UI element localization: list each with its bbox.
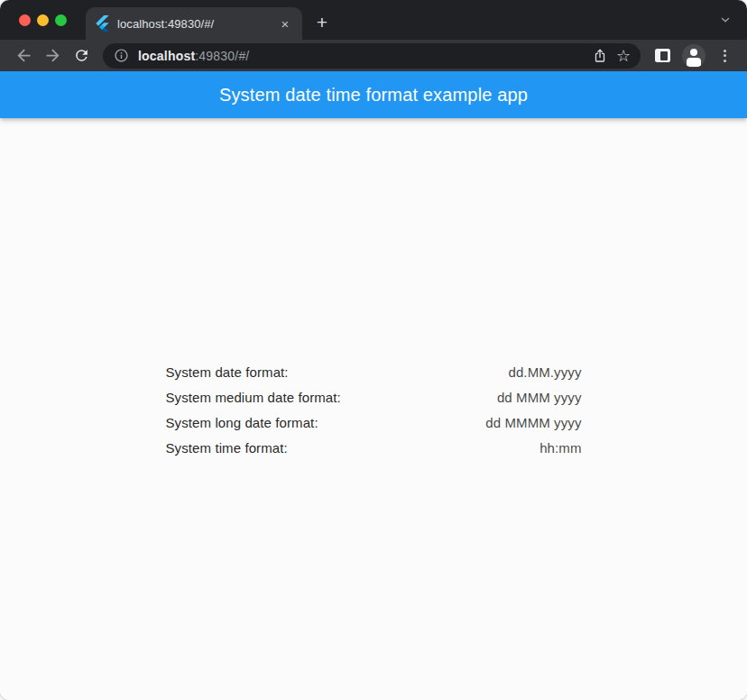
flutter-favicon-icon — [96, 15, 109, 32]
row-label: System date format: — [166, 364, 289, 380]
row-label: System medium date format: — [166, 390, 341, 405]
table-row: System date format: dd.MM.yyyy — [166, 359, 582, 384]
row-value: hh:mm — [540, 440, 581, 456]
new-tab-button[interactable]: + — [309, 9, 335, 34]
table-row: System medium date format: dd MMM yyyy — [166, 384, 582, 410]
url-text[interactable]: localhost:49830/#/ — [138, 49, 588, 63]
url-path: :49830/#/ — [195, 49, 249, 63]
close-window-button[interactable] — [19, 14, 31, 26]
reload-icon[interactable] — [70, 45, 92, 67]
row-value: dd MMMM yyyy — [485, 415, 581, 430]
zoom-window-button[interactable] — [55, 14, 67, 26]
profile-button[interactable] — [679, 41, 708, 70]
tab-title: localhost:49830/#/ — [117, 17, 277, 31]
format-table: System date format: dd.MM.yyyy System me… — [166, 118, 582, 460]
row-label: System time format: — [166, 440, 288, 456]
address-bar[interactable]: localhost:49830/#/ ☆ — [103, 43, 641, 69]
page-title: System date time format example app — [219, 85, 528, 106]
browser-window: localhost:49830/#/ × + — [0, 0, 747, 700]
app-bar: System date time format example app — [0, 71, 747, 118]
site-info-icon[interactable] — [112, 44, 130, 68]
row-value: dd MMM yyyy — [497, 390, 582, 405]
minimize-window-button[interactable] — [37, 14, 49, 26]
browser-menu-icon[interactable] — [713, 44, 736, 68]
side-panel-icon[interactable] — [650, 44, 674, 68]
page-content: System date format: dd.MM.yyyy System me… — [0, 118, 747, 700]
tab-close-icon[interactable]: × — [277, 15, 293, 32]
row-value: dd.MM.yyyy — [508, 364, 581, 380]
toolbar-right-controls — [648, 41, 738, 70]
back-icon[interactable] — [13, 45, 34, 67]
table-row: System long date format: dd MMMM yyyy — [166, 410, 582, 435]
table-row: System time format: hh:mm — [166, 435, 582, 460]
traffic-lights — [0, 14, 67, 26]
browser-tab-active[interactable]: localhost:49830/#/ × — [86, 7, 302, 40]
tab-strip: localhost:49830/#/ × + — [0, 0, 747, 40]
url-host: localhost — [138, 49, 195, 63]
bookmark-star-icon[interactable]: ☆ — [612, 44, 635, 68]
share-icon[interactable] — [588, 44, 612, 68]
browser-toolbar: localhost:49830/#/ ☆ — [0, 40, 747, 71]
forward-icon[interactable] — [42, 45, 63, 67]
tab-search-chevron-down-icon[interactable] — [718, 13, 733, 27]
avatar — [682, 44, 706, 68]
row-label: System long date format: — [166, 415, 318, 430]
